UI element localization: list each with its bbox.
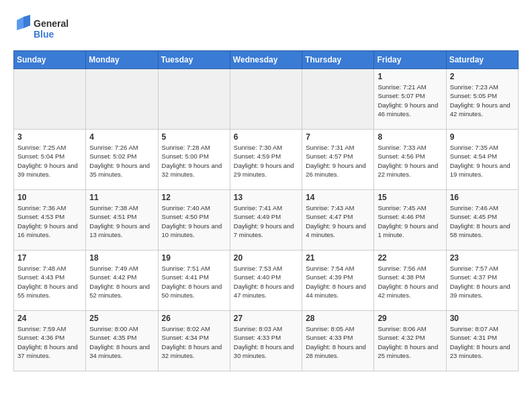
calendar-header: SundayMondayTuesdayWednesdayThursdayFrid… — [14, 51, 519, 69]
week-row-4: 24Sunrise: 7:59 AMSunset: 4:36 PMDayligh… — [14, 311, 519, 371]
day-info: Sunrise: 7:48 AMSunset: 4:43 PMDaylight:… — [17, 264, 82, 300]
calendar-cell: 30Sunrise: 8:07 AMSunset: 4:31 PMDayligh… — [446, 311, 518, 371]
day-info: Sunrise: 8:05 AMSunset: 4:33 PMDaylight:… — [306, 324, 370, 360]
day-number: 11 — [89, 193, 154, 202]
calendar-cell: 1Sunrise: 7:21 AMSunset: 5:07 PMDaylight… — [374, 69, 446, 130]
day-info: Sunrise: 7:43 AMSunset: 4:47 PMDaylight:… — [306, 203, 370, 239]
day-info: Sunrise: 7:30 AMSunset: 4:59 PMDaylight:… — [234, 143, 298, 179]
svg-marker-2 — [24, 15, 30, 28]
weekday-row: SundayMondayTuesdayWednesdayThursdayFrid… — [14, 51, 519, 69]
day-info: Sunrise: 7:57 AMSunset: 4:37 PMDaylight:… — [450, 264, 515, 300]
calendar-cell: 19Sunrise: 7:51 AMSunset: 4:41 PMDayligh… — [158, 250, 230, 311]
calendar-cell: 17Sunrise: 7:48 AMSunset: 4:43 PMDayligh… — [14, 250, 86, 311]
calendar-cell: 14Sunrise: 7:43 AMSunset: 4:47 PMDayligh… — [302, 190, 374, 250]
day-info: Sunrise: 7:59 AMSunset: 4:36 PMDaylight:… — [17, 324, 82, 360]
day-number: 7 — [306, 132, 370, 142]
svg-marker-3 — [17, 17, 24, 30]
calendar-cell: 25Sunrise: 8:00 AMSunset: 4:35 PMDayligh… — [86, 311, 158, 371]
day-number: 16 — [450, 193, 515, 202]
day-info: Sunrise: 7:23 AMSunset: 5:05 PMDaylight:… — [450, 83, 515, 118]
day-number: 18 — [89, 253, 154, 263]
calendar-cell: 22Sunrise: 7:56 AMSunset: 4:38 PMDayligh… — [374, 250, 446, 311]
day-info: Sunrise: 8:03 AMSunset: 4:33 PMDaylight:… — [234, 324, 298, 360]
calendar-cell: 28Sunrise: 8:05 AMSunset: 4:33 PMDayligh… — [302, 311, 374, 371]
day-info: Sunrise: 8:02 AMSunset: 4:34 PMDaylight:… — [162, 324, 226, 360]
week-row-0: 1Sunrise: 7:21 AMSunset: 5:07 PMDaylight… — [14, 69, 519, 130]
day-info: Sunrise: 8:06 AMSunset: 4:32 PMDaylight:… — [378, 324, 442, 360]
day-info: Sunrise: 7:28 AMSunset: 5:00 PMDaylight:… — [162, 143, 226, 179]
day-number: 13 — [234, 193, 298, 202]
day-number: 21 — [306, 253, 370, 263]
calendar-table: SundayMondayTuesdayWednesdayThursdayFrid… — [13, 50, 519, 371]
day-number: 24 — [17, 314, 82, 323]
calendar-cell: 8Sunrise: 7:33 AMSunset: 4:56 PMDaylight… — [374, 130, 446, 190]
calendar-cell — [302, 69, 374, 130]
day-info: Sunrise: 7:53 AMSunset: 4:40 PMDaylight:… — [234, 264, 298, 300]
week-row-3: 17Sunrise: 7:48 AMSunset: 4:43 PMDayligh… — [14, 250, 519, 311]
calendar-cell: 23Sunrise: 7:57 AMSunset: 4:37 PMDayligh… — [446, 250, 518, 311]
day-number: 1 — [378, 72, 442, 81]
weekday-header-thursday: Thursday — [302, 51, 374, 69]
week-row-1: 3Sunrise: 7:25 AMSunset: 5:04 PMDaylight… — [14, 130, 519, 190]
day-number: 28 — [306, 314, 370, 323]
day-number: 30 — [450, 314, 515, 323]
day-number: 14 — [306, 193, 370, 202]
day-number: 9 — [450, 132, 515, 142]
day-number: 17 — [17, 253, 82, 263]
calendar-cell: 15Sunrise: 7:45 AMSunset: 4:46 PMDayligh… — [374, 190, 446, 250]
day-info: Sunrise: 7:56 AMSunset: 4:38 PMDaylight:… — [378, 264, 442, 300]
day-number: 19 — [162, 253, 226, 263]
calendar-cell: 9Sunrise: 7:35 AMSunset: 4:54 PMDaylight… — [446, 130, 518, 190]
day-info: Sunrise: 8:00 AMSunset: 4:35 PMDaylight:… — [89, 324, 154, 360]
weekday-header-sunday: Sunday — [14, 51, 86, 69]
day-info: Sunrise: 7:38 AMSunset: 4:51 PMDaylight:… — [89, 203, 154, 239]
weekday-header-tuesday: Tuesday — [158, 51, 230, 69]
day-info: Sunrise: 7:41 AMSunset: 4:49 PMDaylight:… — [234, 203, 298, 239]
calendar-cell — [158, 69, 230, 130]
day-number: 2 — [450, 72, 515, 81]
day-info: Sunrise: 7:31 AMSunset: 4:57 PMDaylight:… — [306, 143, 370, 179]
day-number: 15 — [378, 193, 442, 202]
calendar-cell: 16Sunrise: 7:46 AMSunset: 4:45 PMDayligh… — [446, 190, 518, 250]
day-info: Sunrise: 7:51 AMSunset: 4:41 PMDaylight:… — [162, 264, 226, 300]
day-number: 12 — [162, 193, 226, 202]
day-number: 26 — [162, 314, 226, 323]
day-number: 3 — [17, 132, 82, 142]
calendar-cell — [86, 69, 158, 130]
day-number: 27 — [234, 314, 298, 323]
calendar-body: 1Sunrise: 7:21 AMSunset: 5:07 PMDaylight… — [14, 69, 519, 371]
day-info: Sunrise: 7:40 AMSunset: 4:50 PMDaylight:… — [162, 203, 226, 239]
day-info: Sunrise: 7:35 AMSunset: 4:54 PMDaylight:… — [450, 143, 515, 179]
day-info: Sunrise: 7:33 AMSunset: 4:56 PMDaylight:… — [378, 143, 442, 179]
svg-text:Blue: Blue — [34, 29, 54, 40]
day-number: 29 — [378, 314, 442, 323]
weekday-header-friday: Friday — [374, 51, 446, 69]
day-info: Sunrise: 7:25 AMSunset: 5:04 PMDaylight:… — [17, 143, 82, 179]
logo-svg: General Blue — [13, 13, 81, 44]
page-header: General Blue — [13, 13, 519, 44]
calendar-cell: 20Sunrise: 7:53 AMSunset: 4:40 PMDayligh… — [230, 250, 302, 311]
day-number: 6 — [234, 132, 298, 142]
logo: General Blue — [13, 13, 81, 44]
calendar-cell: 3Sunrise: 7:25 AMSunset: 5:04 PMDaylight… — [14, 130, 86, 190]
calendar-cell: 6Sunrise: 7:30 AMSunset: 4:59 PMDaylight… — [230, 130, 302, 190]
day-info: Sunrise: 7:54 AMSunset: 4:39 PMDaylight:… — [306, 264, 370, 300]
day-number: 8 — [378, 132, 442, 142]
day-number: 22 — [378, 253, 442, 263]
calendar-cell: 11Sunrise: 7:38 AMSunset: 4:51 PMDayligh… — [86, 190, 158, 250]
weekday-header-saturday: Saturday — [446, 51, 518, 69]
calendar-cell: 18Sunrise: 7:49 AMSunset: 4:42 PMDayligh… — [86, 250, 158, 311]
day-number: 20 — [234, 253, 298, 263]
calendar-cell: 10Sunrise: 7:36 AMSunset: 4:53 PMDayligh… — [14, 190, 86, 250]
calendar-cell: 26Sunrise: 8:02 AMSunset: 4:34 PMDayligh… — [158, 311, 230, 371]
calendar-cell: 29Sunrise: 8:06 AMSunset: 4:32 PMDayligh… — [374, 311, 446, 371]
calendar-cell: 2Sunrise: 7:23 AMSunset: 5:05 PMDaylight… — [446, 69, 518, 130]
svg-text:General: General — [34, 18, 69, 29]
calendar-cell — [14, 69, 86, 130]
calendar-cell: 13Sunrise: 7:41 AMSunset: 4:49 PMDayligh… — [230, 190, 302, 250]
day-info: Sunrise: 7:26 AMSunset: 5:02 PMDaylight:… — [89, 143, 154, 179]
day-number: 23 — [450, 253, 515, 263]
calendar-cell — [230, 69, 302, 130]
day-info: Sunrise: 7:21 AMSunset: 5:07 PMDaylight:… — [378, 83, 442, 118]
day-info: Sunrise: 7:45 AMSunset: 4:46 PMDaylight:… — [378, 203, 442, 239]
